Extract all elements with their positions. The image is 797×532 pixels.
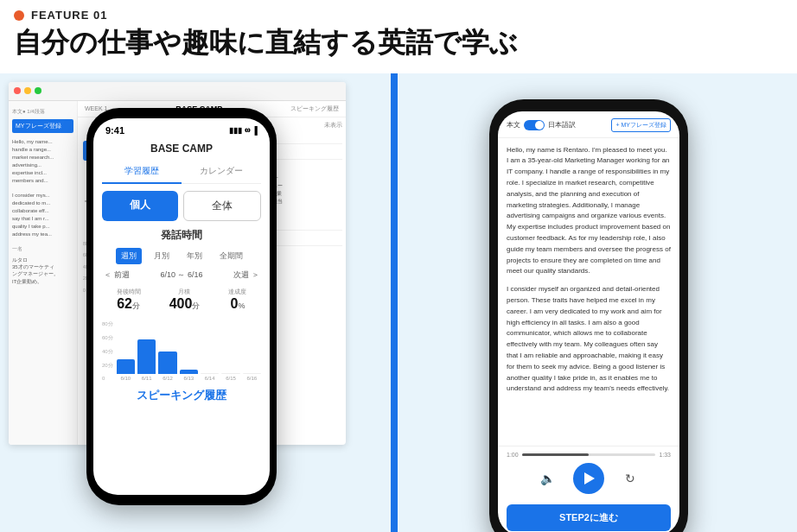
header-area: FEATURE 01 自分の仕事や趣味に直結する英語で学ぶ <box>0 0 797 66</box>
play-icon <box>584 472 595 484</box>
desktop-sidebar: 本文● 1/4段落 MYフレーズ登録 Hello, my name... han… <box>9 101 78 445</box>
phone-basecamp-title: BASE CAMP <box>93 139 270 160</box>
nihongo-label: 日本語訳 <box>548 120 576 130</box>
phone-status-bar: 9:41 ▮▮▮ 𝛚 ▐ <box>93 118 270 139</box>
phone-bar-5: 6/15 <box>221 373 239 381</box>
honbun-label: 本文 <box>507 120 520 130</box>
phone-tab-learning[interactable]: 学習履歴 <box>102 160 182 184</box>
phone-screen-right: 本文 日本語訳 + MYフレーズ登録 Hello, my name is Ren… <box>498 111 679 532</box>
phone-top-bar-right: 本文 日本語訳 + MYフレーズ登録 <box>498 111 679 138</box>
phone-stat-speech: 発後時間 62分 <box>117 288 141 312</box>
phone-tabs: 学習履歴 カレンダー <box>102 160 261 184</box>
desktop-sidebar-text2: I consider mys... dedicated to m... coll… <box>12 192 73 238</box>
desktop-sidebar-phrase[interactable]: MYフレーズ登録 <box>12 119 73 133</box>
phone-y-axis: 80分 60分 40分 20分 0 <box>102 320 113 381</box>
main-title: 自分の仕事や趣味に直結する英語で学ぶ <box>14 25 783 61</box>
reload-icon: ↻ <box>625 472 635 485</box>
phone-icons: ▮▮▮ 𝛚 ▐ <box>229 125 258 135</box>
phone-mockup-left: 9:41 ▮▮▮ 𝛚 ▐ BASE CAMP 学習履歴 カレンダー <box>86 108 277 505</box>
phone-period-yearly[interactable]: 年別 <box>182 248 207 264</box>
audio-time-start: 1:00 <box>507 452 519 458</box>
step2-btn[interactable]: STEP2に進む <box>507 504 671 531</box>
phone-time: 9:41 <box>105 125 124 136</box>
phone-chart-container: 80分 60分 40分 20分 0 6/10 <box>102 320 261 381</box>
phone-stat-monthly: 月積 400分 <box>169 288 201 312</box>
phone-btn-row: 個人 全体 <box>102 191 261 221</box>
phone-chart-area: 80分 60分 40分 20分 0 6/10 <box>93 320 270 381</box>
phone-week-nav: ＜ 前週 6/10 ～ 6/16 次週 ＞ <box>93 269 270 281</box>
phone-stats: 発後時間 62分 月積 400分 達成度 0% <box>93 288 270 312</box>
feature-dot <box>14 10 24 21</box>
phone-btn-personal[interactable]: 個人 <box>102 191 178 221</box>
page-wrapper: FEATURE 01 自分の仕事や趣味に直結する英語で学ぶ 本文● 1/4段落 … <box>0 0 797 532</box>
phone-bar-1: 6/11 <box>137 339 156 381</box>
phone-hatsuwa: 発話時間 <box>93 228 270 243</box>
add-phrase-btn[interactable]: + MYフレーズ登録 <box>611 118 671 132</box>
signal-icon: ▮▮▮ <box>229 126 242 135</box>
phone-btn-all[interactable]: 全体 <box>183 191 261 221</box>
week-label: 本文● 1/4段落 <box>12 108 73 116</box>
phone-next-week[interactable]: 次週 ＞ <box>233 269 259 281</box>
phone-speaking-footer: スピーキング履歴 <box>93 388 270 408</box>
toggle-group: 本文 日本語訳 <box>507 120 576 130</box>
text-paragraph-1: Hello, my name is Rentaro. I'm pleased t… <box>507 145 671 278</box>
feature-label: FEATURE 01 <box>14 9 783 22</box>
phone-bar-2: 6/12 <box>158 352 176 381</box>
play-btn[interactable] <box>573 463 604 494</box>
desktop-header <box>9 82 346 101</box>
phone-screen-left: 9:41 ▮▮▮ 𝛚 ▐ BASE CAMP 学習履歴 カレンダー <box>93 118 270 495</box>
audio-time-end: 1:33 <box>659 452 671 458</box>
phone-period-tabs: 週別 月別 年別 全期間 <box>93 248 270 264</box>
blue-bar-connector <box>391 73 398 532</box>
wifi-icon: 𝛚 <box>245 125 250 135</box>
toggle-thumb <box>535 121 544 130</box>
left-col: 本文● 1/4段落 MYフレーズ登録 Hello, my name... han… <box>0 73 398 532</box>
phone-period-all[interactable]: 全期間 <box>214 248 248 264</box>
phone-week-range: 6/10 ～ 6/16 <box>160 269 202 281</box>
phone-bar-4: 6/14 <box>201 373 219 381</box>
volume-btn[interactable]: 🔈 <box>535 466 559 491</box>
text-paragraph-2: I consider myself an organized and detai… <box>507 284 671 395</box>
phone-mockup-right: 本文 日本語訳 + MYフレーズ登録 Hello, my name is Ren… <box>489 99 688 532</box>
speaker-icon: 🔈 <box>540 472 555 485</box>
right-col: 本文 日本語訳 + MYフレーズ登録 Hello, my name is Ren… <box>398 73 797 532</box>
phone-stat-achievement: 達成度 0% <box>228 288 246 312</box>
phone-prev-week[interactable]: ＜ 前週 <box>104 269 130 281</box>
phone-bars: 6/10 6/11 6/12 <box>117 320 261 381</box>
phone-tab-calendar[interactable]: カレンダー <box>182 160 261 183</box>
phone-text-content: Hello, my name is Rentaro. I'm pleased t… <box>498 138 679 446</box>
reload-btn[interactable]: ↻ <box>618 466 642 491</box>
progress-fill <box>522 453 589 456</box>
toggle-switch[interactable] <box>524 120 545 130</box>
phone-bar-3: 6/13 <box>180 370 198 381</box>
audio-controls: 🔈 ↻ <box>507 463 671 494</box>
phone-bar-6: 6/16 <box>243 373 261 381</box>
progress-track[interactable] <box>522 453 656 456</box>
content-area: 本文● 1/4段落 MYフレーズ登録 Hello, my name... han… <box>0 73 797 532</box>
desktop-speaking-history-label: スピーキング履歴 <box>290 104 339 113</box>
phone-bar-0: 6/10 <box>117 359 135 381</box>
battery-icon: ▐ <box>252 126 258 135</box>
audio-progress: 1:00 1:33 <box>507 452 671 458</box>
phone-audio-bar: 1:00 1:33 🔈 <box>498 446 679 499</box>
phone-period-weekly[interactable]: 週別 <box>116 248 142 264</box>
feature-text: FEATURE 01 <box>31 9 108 22</box>
phone-period-monthly[interactable]: 月別 <box>149 248 175 264</box>
desktop-sidebar-text: Hello, my name... handle a range... mark… <box>12 138 73 185</box>
